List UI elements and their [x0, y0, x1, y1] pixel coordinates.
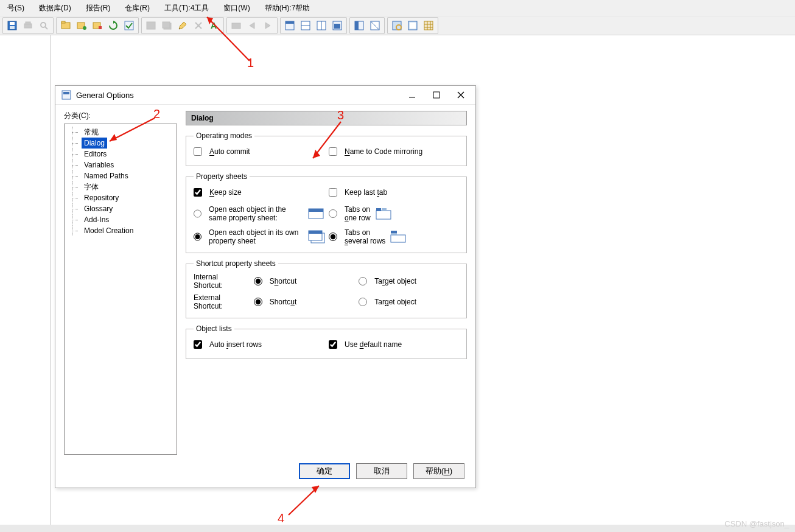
watermark: CSDN @fastjson_: [724, 519, 789, 528]
category-tree[interactable]: 常规 Dialog Editors Variables Named Paths …: [64, 124, 177, 455]
window-b-icon[interactable]: [299, 19, 312, 32]
maximize-icon[interactable]: [424, 86, 449, 103]
images-icon[interactable]: [160, 19, 173, 32]
group-object-lists: Object lists Auto insert rows Use defaul…: [186, 324, 467, 359]
tabs-one-radio[interactable]: [329, 209, 337, 218]
window-c-icon[interactable]: [315, 19, 328, 32]
use-default-name-label: Use default name: [345, 340, 402, 349]
cancel-button[interactable]: 取消: [356, 463, 407, 479]
svg-rect-12: [99, 26, 102, 29]
menu-bar: 号(S) 数据库(D) 报告(R) 仓库(R) 工具(T):4工具 窗口(W) …: [0, 0, 795, 16]
menu-window[interactable]: 窗口(W): [216, 1, 257, 16]
delete-icon[interactable]: [192, 19, 205, 32]
keep-size-checkbox[interactable]: [194, 188, 202, 197]
window-e-icon[interactable]: [352, 19, 366, 32]
group-property-sheets: Property sheets Keep size Keep last tab …: [186, 172, 467, 253]
tree-item-addins[interactable]: Add-Ins: [82, 214, 111, 225]
save-icon[interactable]: [5, 19, 19, 32]
toolbar-group-project: [56, 17, 139, 34]
legend-property-sheets: Property sheets: [194, 172, 250, 181]
minimize-icon[interactable]: [400, 86, 424, 103]
find-icon[interactable]: [37, 19, 51, 32]
project-edit-icon[interactable]: [91, 19, 104, 32]
window-f-icon[interactable]: [368, 19, 382, 32]
svg-rect-1: [10, 22, 15, 25]
internal-shortcut-radio-shortcut[interactable]: [254, 277, 262, 285]
legend-object-lists: Object lists: [194, 324, 234, 333]
ok-button[interactable]: 确定: [299, 463, 350, 479]
menu-database[interactable]: 数据库(D): [32, 1, 79, 16]
auto-commit-checkbox[interactable]: [194, 147, 202, 156]
options-header: Dialog: [186, 111, 467, 125]
tabs-several-label: Tabs onseveral rows: [345, 228, 385, 245]
svg-rect-48: [382, 208, 387, 211]
window-g-icon[interactable]: [390, 19, 404, 32]
group-shortcut-sheets: Shortcut property sheets Internal Shortc…: [186, 259, 467, 318]
help-button[interactable]: 帮助(H): [413, 463, 464, 479]
general-options-dialog: General Options 分类(C): 常规 Dialog Editors…: [55, 85, 476, 488]
print-icon[interactable]: [21, 19, 35, 32]
svg-point-5: [41, 23, 46, 27]
folder-icon[interactable]: [229, 19, 243, 32]
menu-tools[interactable]: 工具(T):4工具: [157, 1, 216, 16]
svg-line-6: [45, 27, 47, 29]
open-same-radio[interactable]: [194, 209, 201, 218]
window-d-icon[interactable]: [331, 19, 344, 32]
svg-rect-51: [309, 231, 322, 234]
svg-rect-41: [63, 92, 69, 94]
grid-icon[interactable]: [422, 19, 435, 32]
toolbar-group-file: [2, 17, 54, 34]
svg-rect-21: [232, 23, 240, 29]
close-icon[interactable]: [449, 86, 473, 103]
menu-help[interactable]: 帮助(H):7帮助: [257, 1, 318, 16]
dialog-titlebar: General Options: [55, 86, 475, 105]
name-to-code-checkbox[interactable]: [329, 147, 337, 156]
internal-shortcut-target-label: Target object: [374, 277, 416, 285]
toolbar-group-view: [387, 17, 438, 34]
group-operating-modes: Operating modes AAuto commituto commit N…: [186, 131, 467, 166]
vertical-separator: [51, 35, 51, 525]
tree-item-editors[interactable]: Editors: [82, 149, 109, 159]
internal-shortcut-shortcut-label: Shortcut: [270, 277, 297, 285]
arrow-left-icon[interactable]: [245, 19, 259, 32]
check-icon[interactable]: [122, 19, 136, 32]
window-h-icon[interactable]: [406, 19, 419, 32]
sheet-multi-icon: [308, 230, 324, 243]
svg-rect-52: [391, 235, 405, 242]
window-a-icon[interactable]: [283, 19, 296, 32]
internal-shortcut-radio-target[interactable]: [359, 277, 367, 285]
svg-rect-25: [285, 21, 294, 24]
tree-item-dialog[interactable]: Dialog: [82, 138, 107, 149]
use-default-name-checkbox[interactable]: [329, 340, 337, 349]
image-icon[interactable]: [144, 19, 158, 32]
tree-item-general[interactable]: 常规: [82, 127, 101, 138]
project-add-icon[interactable]: [75, 19, 88, 32]
project-icon[interactable]: [59, 19, 72, 32]
external-shortcut-radio-shortcut[interactable]: [254, 298, 262, 306]
menu-sign[interactable]: 号(S): [0, 1, 32, 16]
tree-item-fonts[interactable]: 字体: [82, 181, 101, 192]
tree-item-glossary[interactable]: Glossary: [82, 203, 115, 214]
toolbar-group-nav: [226, 17, 278, 34]
sheet-single-icon: [308, 207, 324, 220]
tree-item-named-paths[interactable]: Named Paths: [82, 170, 131, 181]
toolbar: A: [0, 16, 795, 35]
dialog-button-bar: 确定 取消 帮助(H): [55, 457, 475, 488]
tabs-several-radio[interactable]: [329, 233, 337, 241]
arrow-right-icon[interactable]: [261, 19, 275, 32]
tree-item-model-creation[interactable]: Model Creation: [82, 225, 136, 236]
auto-commit-label: AAuto commituto commit: [209, 147, 250, 156]
tabs-one-icon: [376, 207, 391, 220]
keep-last-tab-checkbox[interactable]: [329, 188, 337, 197]
menu-repo[interactable]: 仓库(R): [117, 1, 157, 16]
tree-item-variables[interactable]: Variables: [82, 159, 116, 170]
open-own-radio[interactable]: [194, 233, 201, 241]
pencil-icon[interactable]: [176, 19, 189, 32]
text-a-icon[interactable]: A: [208, 19, 221, 32]
tree-item-repository[interactable]: Repository: [82, 192, 121, 203]
external-shortcut-radio-target[interactable]: [359, 298, 367, 306]
menu-report[interactable]: 报告(R): [79, 1, 118, 16]
auto-insert-rows-checkbox[interactable]: [194, 340, 202, 349]
dialog-title: General Options: [76, 91, 400, 100]
refresh-icon[interactable]: [107, 19, 120, 32]
